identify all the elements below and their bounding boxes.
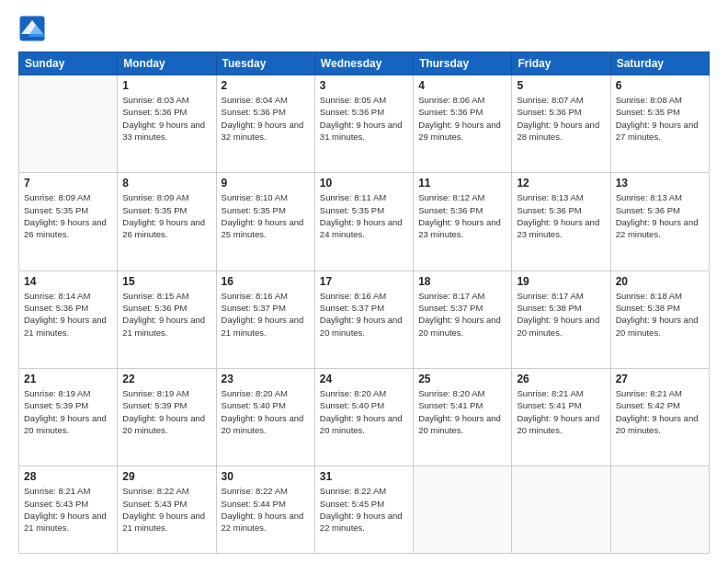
day-number: 3 (320, 79, 408, 92)
day-number: 26 (517, 373, 605, 385)
day-info: Sunrise: 8:13 AMSunset: 5:36 PMDaylight:… (517, 191, 605, 240)
day-info: Sunrise: 8:09 AMSunset: 5:35 PMDaylight:… (24, 191, 112, 240)
weekday-header: Sunday (19, 52, 118, 75)
day-number: 6 (616, 79, 704, 92)
day-info: Sunrise: 8:06 AMSunset: 5:36 PMDaylight:… (418, 94, 506, 143)
day-info: Sunrise: 8:17 AMSunset: 5:37 PMDaylight:… (418, 290, 506, 339)
calendar-cell: 25Sunrise: 8:20 AMSunset: 5:41 PMDayligh… (414, 369, 512, 466)
day-number: 25 (418, 373, 506, 385)
day-number: 31 (320, 470, 408, 483)
page-header (18, 15, 710, 42)
day-info: Sunrise: 8:05 AMSunset: 5:36 PMDaylight:… (320, 94, 408, 143)
calendar-cell: 9Sunrise: 8:10 AMSunset: 5:35 PMDaylight… (216, 173, 314, 270)
day-number: 8 (122, 177, 210, 190)
calendar-cell: 1Sunrise: 8:03 AMSunset: 5:36 PMDaylight… (118, 75, 216, 173)
day-info: Sunrise: 8:07 AMSunset: 5:36 PMDaylight:… (517, 94, 605, 143)
calendar-cell: 28Sunrise: 8:21 AMSunset: 5:43 PMDayligh… (19, 466, 118, 554)
day-number: 20 (616, 275, 704, 288)
day-info: Sunrise: 8:22 AMSunset: 5:44 PMDaylight:… (222, 485, 310, 534)
weekday-header: Monday (118, 52, 216, 75)
calendar-week-row: 1Sunrise: 8:03 AMSunset: 5:36 PMDaylight… (19, 75, 710, 173)
day-info: Sunrise: 8:14 AMSunset: 5:36 PMDaylight:… (24, 290, 112, 339)
calendar-week-row: 14Sunrise: 8:14 AMSunset: 5:36 PMDayligh… (19, 270, 710, 368)
day-info: Sunrise: 8:21 AMSunset: 5:42 PMDaylight:… (616, 387, 704, 436)
day-number: 21 (24, 373, 112, 385)
day-info: Sunrise: 8:21 AMSunset: 5:41 PMDaylight:… (517, 387, 605, 436)
day-info: Sunrise: 8:18 AMSunset: 5:38 PMDaylight:… (616, 290, 704, 339)
day-info: Sunrise: 8:20 AMSunset: 5:41 PMDaylight:… (418, 387, 506, 436)
calendar-cell: 3Sunrise: 8:05 AMSunset: 5:36 PMDaylight… (314, 75, 413, 173)
weekday-header: Tuesday (216, 52, 314, 75)
calendar-cell: 27Sunrise: 8:21 AMSunset: 5:42 PMDayligh… (610, 369, 709, 466)
day-info: Sunrise: 8:12 AMSunset: 5:36 PMDaylight:… (418, 191, 506, 240)
day-number: 18 (418, 275, 506, 288)
weekday-header: Friday (512, 52, 610, 75)
day-info: Sunrise: 8:16 AMSunset: 5:37 PMDaylight:… (222, 290, 310, 339)
calendar-cell: 22Sunrise: 8:19 AMSunset: 5:39 PMDayligh… (118, 369, 216, 466)
day-number: 11 (418, 177, 506, 190)
calendar-cell: 19Sunrise: 8:17 AMSunset: 5:38 PMDayligh… (512, 270, 610, 368)
calendar-week-row: 21Sunrise: 8:19 AMSunset: 5:39 PMDayligh… (19, 369, 710, 466)
calendar-cell: 8Sunrise: 8:09 AMSunset: 5:35 PMDaylight… (118, 173, 216, 270)
day-number: 14 (24, 275, 112, 288)
calendar-cell: 14Sunrise: 8:14 AMSunset: 5:36 PMDayligh… (19, 270, 118, 368)
calendar-week-row: 7Sunrise: 8:09 AMSunset: 5:35 PMDaylight… (19, 173, 710, 270)
day-number: 16 (222, 275, 310, 288)
day-info: Sunrise: 8:21 AMSunset: 5:43 PMDaylight:… (24, 485, 112, 534)
logo-icon (18, 15, 46, 42)
calendar-cell (414, 466, 512, 554)
day-number: 23 (222, 373, 310, 385)
calendar-cell: 21Sunrise: 8:19 AMSunset: 5:39 PMDayligh… (19, 369, 118, 466)
calendar-cell: 26Sunrise: 8:21 AMSunset: 5:41 PMDayligh… (512, 369, 610, 466)
calendar-cell (512, 466, 610, 554)
day-info: Sunrise: 8:16 AMSunset: 5:37 PMDaylight:… (320, 290, 408, 339)
day-info: Sunrise: 8:11 AMSunset: 5:35 PMDaylight:… (320, 191, 408, 240)
day-info: Sunrise: 8:22 AMSunset: 5:43 PMDaylight:… (122, 485, 210, 534)
calendar-cell: 23Sunrise: 8:20 AMSunset: 5:40 PMDayligh… (216, 369, 314, 466)
calendar-cell: 6Sunrise: 8:08 AMSunset: 5:35 PMDaylight… (610, 75, 709, 173)
day-number: 13 (616, 177, 704, 190)
day-info: Sunrise: 8:19 AMSunset: 5:39 PMDaylight:… (24, 387, 112, 436)
day-number: 9 (222, 177, 310, 190)
day-number: 1 (122, 79, 210, 92)
calendar-cell: 5Sunrise: 8:07 AMSunset: 5:36 PMDaylight… (512, 75, 610, 173)
day-info: Sunrise: 8:22 AMSunset: 5:45 PMDaylight:… (320, 485, 408, 534)
day-info: Sunrise: 8:19 AMSunset: 5:39 PMDaylight:… (122, 387, 210, 436)
day-number: 27 (616, 373, 704, 385)
day-info: Sunrise: 8:20 AMSunset: 5:40 PMDaylight:… (320, 387, 408, 436)
calendar-cell: 4Sunrise: 8:06 AMSunset: 5:36 PMDaylight… (414, 75, 512, 173)
day-info: Sunrise: 8:04 AMSunset: 5:36 PMDaylight:… (222, 94, 310, 143)
day-number: 29 (122, 470, 210, 483)
calendar-cell: 20Sunrise: 8:18 AMSunset: 5:38 PMDayligh… (610, 270, 709, 368)
day-number: 15 (122, 275, 210, 288)
weekday-header-row: SundayMondayTuesdayWednesdayThursdayFrid… (19, 52, 710, 75)
day-number: 24 (320, 373, 408, 385)
calendar-cell: 17Sunrise: 8:16 AMSunset: 5:37 PMDayligh… (314, 270, 413, 368)
calendar-cell: 12Sunrise: 8:13 AMSunset: 5:36 PMDayligh… (512, 173, 610, 270)
calendar-cell: 24Sunrise: 8:20 AMSunset: 5:40 PMDayligh… (314, 369, 413, 466)
calendar-cell: 29Sunrise: 8:22 AMSunset: 5:43 PMDayligh… (118, 466, 216, 554)
calendar-cell: 7Sunrise: 8:09 AMSunset: 5:35 PMDaylight… (19, 173, 118, 270)
calendar-cell: 13Sunrise: 8:13 AMSunset: 5:36 PMDayligh… (610, 173, 709, 270)
day-info: Sunrise: 8:13 AMSunset: 5:36 PMDaylight:… (616, 191, 704, 240)
calendar-cell (19, 75, 118, 173)
day-number: 12 (517, 177, 605, 190)
calendar-cell: 10Sunrise: 8:11 AMSunset: 5:35 PMDayligh… (314, 173, 413, 270)
day-number: 28 (24, 470, 112, 483)
calendar-cell (610, 466, 709, 554)
calendar-cell: 18Sunrise: 8:17 AMSunset: 5:37 PMDayligh… (414, 270, 512, 368)
calendar-cell: 16Sunrise: 8:16 AMSunset: 5:37 PMDayligh… (216, 270, 314, 368)
day-info: Sunrise: 8:03 AMSunset: 5:36 PMDaylight:… (122, 94, 210, 143)
day-info: Sunrise: 8:08 AMSunset: 5:35 PMDaylight:… (616, 94, 704, 143)
day-number: 17 (320, 275, 408, 288)
day-number: 19 (517, 275, 605, 288)
weekday-header: Thursday (414, 52, 512, 75)
logo (18, 15, 50, 42)
calendar-cell: 30Sunrise: 8:22 AMSunset: 5:44 PMDayligh… (216, 466, 314, 554)
day-number: 10 (320, 177, 408, 190)
calendar-table: SundayMondayTuesdayWednesdayThursdayFrid… (18, 52, 710, 554)
day-info: Sunrise: 8:10 AMSunset: 5:35 PMDaylight:… (222, 191, 310, 240)
day-number: 30 (222, 470, 310, 483)
day-info: Sunrise: 8:17 AMSunset: 5:38 PMDaylight:… (517, 290, 605, 339)
day-number: 7 (24, 177, 112, 190)
